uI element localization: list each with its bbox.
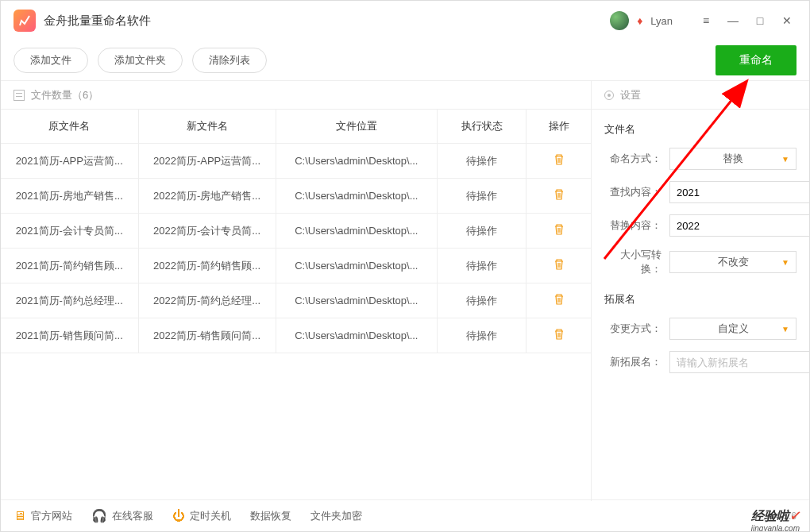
- watermark: 经验啦✓: [751, 508, 800, 525]
- cell-status: 待操作: [438, 214, 526, 249]
- cell-status: 待操作: [438, 179, 526, 214]
- rename-button[interactable]: 重命名: [716, 45, 796, 75]
- timer-shutdown-link[interactable]: ⏻ 定时关机: [172, 509, 231, 523]
- online-service-link[interactable]: 🎧 在线客服: [91, 508, 153, 523]
- cell-action: [526, 144, 591, 179]
- cell-original: 2021简历-简约总经理...: [1, 283, 138, 318]
- cell-action: [526, 179, 591, 214]
- header-action: 操作: [526, 110, 591, 144]
- table-row: 2021简历-APP运营简... 2022简历-APP运营简... C:\Use…: [1, 144, 591, 179]
- watermark-url: jingyanla.com: [751, 524, 800, 532]
- data-recovery-link[interactable]: 数据恢复: [250, 509, 291, 523]
- cell-original: 2021简历-会计专员简...: [1, 214, 138, 249]
- naming-method-label: 命名方式：: [604, 152, 662, 166]
- trash-icon[interactable]: [553, 223, 565, 238]
- avatar[interactable]: [610, 11, 629, 30]
- file-count-bar: 文件数量（6）: [1, 81, 591, 110]
- table-row: 2021简历-房地产销售... 2022简历-房地产销售... C:\Users…: [1, 179, 591, 214]
- find-label: 查找内容：: [604, 185, 662, 199]
- cell-location: C:\Users\admin\Desktop\...: [276, 144, 438, 179]
- settings-panel: 设置 文件名 命名方式： 替换 查找内容： 替换内容： 大小写转换： 不改变 拓…: [591, 80, 809, 501]
- clear-list-button[interactable]: 清除列表: [192, 48, 267, 73]
- cell-new: 2022简历-销售顾问简...: [138, 318, 276, 353]
- cell-new: 2022简历-简约销售顾...: [138, 249, 276, 283]
- titlebar-left: 金舟批量重命名软件: [14, 10, 151, 32]
- settings-header: 设置: [592, 81, 809, 110]
- cell-new: 2022简历-简约总经理...: [138, 283, 276, 318]
- trash-icon[interactable]: [553, 293, 565, 308]
- change-method-select[interactable]: 自定义: [669, 318, 796, 340]
- minimize-button[interactable]: —: [723, 11, 742, 30]
- cell-status: 待操作: [438, 283, 526, 318]
- change-method-label: 变更方式：: [604, 322, 662, 336]
- cell-action: [526, 249, 591, 283]
- cell-location: C:\Users\admin\Desktop\...: [276, 249, 438, 283]
- titlebar: 金舟批量重命名软件 ♦ Lyan ≡ — □ ✕: [1, 1, 809, 40]
- cell-new: 2022简历-会计专员简...: [138, 214, 276, 249]
- power-icon: ⏻: [172, 509, 185, 523]
- folder-encrypt-link[interactable]: 文件夹加密: [310, 509, 362, 523]
- replace-input[interactable]: [669, 214, 810, 237]
- new-ext-row: 新拓展名：: [604, 351, 796, 373]
- replace-row: 替换内容：: [604, 214, 796, 237]
- footer: 🖥 官方网站 🎧 在线客服 ⏻ 定时关机 数据恢复 文件夹加密 v4.1.6: [1, 499, 809, 531]
- replace-label: 替换内容：: [604, 218, 662, 233]
- change-method-row: 变更方式： 自定义: [604, 318, 796, 340]
- cell-original: 2021简历-房地产销售...: [1, 179, 138, 214]
- naming-method-select[interactable]: 替换: [669, 148, 796, 170]
- header-original: 原文件名: [1, 110, 138, 144]
- cell-location: C:\Users\admin\Desktop\...: [276, 283, 438, 318]
- header-status: 执行状态: [438, 110, 526, 144]
- add-file-button[interactable]: 添加文件: [14, 48, 88, 73]
- monitor-icon: 🖥: [14, 509, 26, 523]
- left-panel: 文件数量（6） 原文件名 新文件名 文件位置 执行状态 操作 2021简历-AP…: [1, 80, 591, 501]
- settings-title: 设置: [620, 88, 641, 102]
- settings-icon: [604, 91, 614, 100]
- table-row: 2021简历-销售顾问简... 2022简历-销售顾问简... C:\Users…: [1, 318, 591, 353]
- cell-new: 2022简历-APP运营简...: [138, 144, 276, 179]
- close-button[interactable]: ✕: [777, 11, 796, 30]
- file-table: 原文件名 新文件名 文件位置 执行状态 操作 2021简历-APP运营简... …: [1, 110, 591, 353]
- file-count-label: 文件数量（6）: [31, 88, 98, 102]
- extension-section-label: 拓展名: [604, 292, 796, 306]
- add-folder-button[interactable]: 添加文件夹: [98, 48, 183, 73]
- cell-location: C:\Users\admin\Desktop\...: [276, 214, 438, 249]
- list-icon: [14, 90, 25, 101]
- content: 文件数量（6） 原文件名 新文件名 文件位置 执行状态 操作 2021简历-AP…: [1, 80, 809, 501]
- header-location: 文件位置: [276, 110, 438, 144]
- trash-icon[interactable]: [553, 153, 565, 168]
- cell-action: [526, 318, 591, 353]
- naming-method-row: 命名方式： 替换: [604, 148, 796, 170]
- cell-status: 待操作: [438, 144, 526, 179]
- find-row: 查找内容：: [604, 181, 796, 203]
- cell-original: 2021简历-简约销售顾...: [1, 249, 138, 283]
- new-ext-input[interactable]: [669, 351, 810, 373]
- username: Lyan: [650, 15, 673, 27]
- cell-location: C:\Users\admin\Desktop\...: [276, 179, 438, 214]
- trash-icon[interactable]: [553, 258, 565, 273]
- vip-icon: ♦: [637, 14, 642, 27]
- trash-icon[interactable]: [553, 328, 565, 343]
- header-new: 新文件名: [138, 110, 276, 144]
- app-icon: [14, 10, 36, 32]
- cell-action: [526, 214, 591, 249]
- table-row: 2021简历-简约销售顾... 2022简历-简约销售顾... C:\Users…: [1, 249, 591, 283]
- find-input[interactable]: [669, 181, 810, 203]
- toolbar: 添加文件 添加文件夹 清除列表 重命名: [1, 40, 809, 80]
- table-row: 2021简历-会计专员简... 2022简历-会计专员简... C:\Users…: [1, 214, 591, 249]
- cell-original: 2021简历-销售顾问简...: [1, 318, 138, 353]
- new-ext-label: 新拓展名：: [604, 355, 662, 369]
- official-site-link[interactable]: 🖥 官方网站: [14, 509, 72, 523]
- trash-icon[interactable]: [553, 188, 565, 203]
- titlebar-right: ♦ Lyan ≡ — □ ✕: [610, 11, 796, 30]
- case-row: 大小写转换： 不改变: [604, 248, 796, 276]
- cell-location: C:\Users\admin\Desktop\...: [276, 318, 438, 353]
- cell-status: 待操作: [438, 318, 526, 353]
- case-select[interactable]: 不改变: [669, 251, 796, 273]
- case-label: 大小写转换：: [604, 248, 662, 276]
- maximize-button[interactable]: □: [750, 11, 770, 30]
- cell-new: 2022简历-房地产销售...: [138, 179, 276, 214]
- headset-icon: 🎧: [91, 508, 107, 523]
- cell-original: 2021简历-APP运营简...: [1, 144, 138, 179]
- menu-button[interactable]: ≡: [696, 11, 716, 30]
